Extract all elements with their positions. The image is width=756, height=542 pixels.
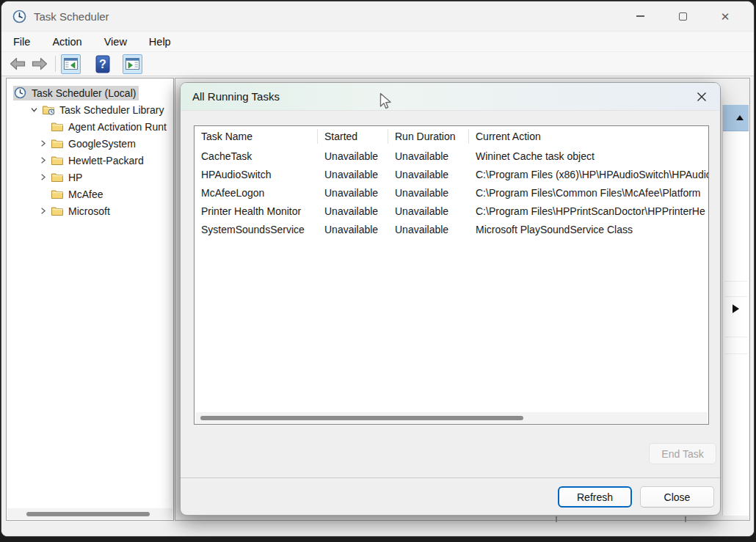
- chevron-right-icon[interactable]: [35, 172, 50, 183]
- tree-item-task-scheduler-library[interactable]: Task Scheduler Library: [7, 101, 173, 118]
- scheduler-clock-icon: [14, 87, 28, 99]
- chevron-right-icon: [38, 206, 48, 216]
- minimize-icon: [636, 15, 644, 16]
- folder-icon: [51, 155, 64, 166]
- chevron-right-icon[interactable]: [35, 206, 50, 216]
- pane-edge-tick: [556, 516, 557, 522]
- menu-view[interactable]: View: [104, 36, 127, 48]
- minimize-button[interactable]: [619, 1, 661, 31]
- tree-item-label: McAfee: [68, 188, 103, 200]
- help-button[interactable]: ?: [92, 54, 113, 74]
- tree-item-googlesystem[interactable]: GoogleSystem: [7, 135, 173, 152]
- back-button[interactable]: [7, 54, 28, 74]
- tree-item-content: GoogleSystem: [50, 136, 139, 151]
- chevron-placeholder: [35, 189, 50, 199]
- folder-icon: [51, 188, 64, 199]
- table-row[interactable]: SystemSoundsServiceUnavailableUnavailabl…: [195, 220, 708, 238]
- tree-horizontal-scrollbar[interactable]: [7, 508, 172, 519]
- maximize-button[interactable]: [661, 1, 704, 31]
- list-header: Task Name Started Run Duration Current A…: [195, 126, 708, 147]
- tree-item-agent-activation-runt[interactable]: Agent Activation Runt: [7, 118, 173, 135]
- chevron-placeholder: [35, 122, 50, 132]
- tree-item-label: Task Scheduler (Local): [32, 87, 136, 99]
- folder-icon: [51, 155, 65, 166]
- refresh-button[interactable]: Refresh: [558, 486, 632, 508]
- table-cell: Wininet Cache task object: [469, 150, 708, 162]
- table-cell: HPAudioSwitch: [195, 169, 318, 180]
- tree-item-mcafee[interactable]: McAfee: [7, 186, 173, 202]
- show-action-pane-button[interactable]: [123, 54, 142, 74]
- tree-item-hp[interactable]: HP: [7, 169, 173, 186]
- table-cell: Unavailable: [388, 205, 469, 217]
- column-header-task-name[interactable]: Task Name: [195, 129, 318, 144]
- all-running-tasks-dialog: All Running Tasks Task Name Started Run …: [180, 82, 721, 516]
- column-header-current-action[interactable]: Current Action: [469, 129, 708, 144]
- forward-button[interactable]: [29, 54, 50, 74]
- menu-help[interactable]: Help: [149, 36, 171, 48]
- menu-action[interactable]: Action: [52, 36, 81, 48]
- scroll-up-button[interactable]: [723, 105, 749, 131]
- help-icon: ?: [95, 55, 110, 73]
- tree-item-hewlett-packard[interactable]: Hewlett-Packard: [7, 152, 173, 169]
- window-title: Task Scheduler: [34, 10, 109, 23]
- column-header-started[interactable]: Started: [318, 129, 388, 144]
- task-scheduler-clock-icon: [12, 10, 26, 23]
- menu-file[interactable]: File: [13, 36, 30, 48]
- maximize-icon: [679, 12, 687, 21]
- tree-scrollbar-thumb[interactable]: [26, 512, 150, 516]
- end-task-button[interactable]: End Task: [649, 443, 716, 464]
- table-cell: Microsoft PlaySoundService Class: [469, 224, 708, 235]
- tree-item-content: Hewlett-Packard: [50, 153, 147, 168]
- table-cell: Unavailable: [318, 169, 388, 180]
- show-console-tree-button[interactable]: [61, 54, 81, 74]
- table-cell: Unavailable: [388, 169, 469, 180]
- forward-arrow-icon: [31, 56, 48, 71]
- folder-icon: [51, 121, 65, 133]
- table-cell: C:\Program Files (x86)\HP\HPAudioSwitch\…: [469, 169, 708, 180]
- list-scrollbar-thumb[interactable]: [200, 416, 523, 421]
- column-header-run-duration[interactable]: Run Duration: [388, 129, 469, 144]
- chevron-right-icon[interactable]: [35, 139, 50, 149]
- table-cell: Unavailable: [388, 187, 469, 199]
- titlebar: Task Scheduler ✕: [1, 1, 754, 31]
- chevron-right-icon: [38, 172, 48, 182]
- dialog-separator: [181, 477, 720, 478]
- tree-item-content: HP: [50, 170, 85, 185]
- strip-divider: [724, 337, 747, 337]
- toolbar: ?: [1, 52, 754, 76]
- table-row[interactable]: HPAudioSwitchUnavailableUnavailableC:\Pr…: [195, 165, 708, 183]
- dialog-close-icon: [697, 92, 707, 102]
- tree-item-label: Microsoft: [68, 205, 110, 217]
- table-row[interactable]: Printer Health MonitorUnavailableUnavail…: [195, 202, 708, 220]
- close-icon: ✕: [721, 11, 730, 22]
- tree-item-label: GoogleSystem: [68, 138, 136, 150]
- dialog-title: All Running Tasks: [192, 90, 280, 103]
- chevron-down-icon[interactable]: [26, 105, 41, 115]
- dialog-close-button[interactable]: [694, 89, 710, 105]
- table-row[interactable]: McAfeeLogonUnavailableUnavailableC:\Prog…: [195, 183, 708, 202]
- strip-divider: [724, 296, 747, 297]
- folder-clock-icon: [42, 104, 55, 115]
- dialog-close-action-button[interactable]: Close: [640, 486, 714, 508]
- table-cell: Unavailable: [388, 224, 469, 235]
- chevron-right-icon[interactable]: [35, 155, 50, 166]
- table-cell: C:\Program Files\Common Files\McAfee\Pla…: [469, 187, 708, 199]
- close-button[interactable]: ✕: [704, 1, 746, 31]
- folder-tree: Task Scheduler (Local)Task Scheduler Lib…: [7, 78, 173, 219]
- list-horizontal-scrollbar[interactable]: [195, 412, 708, 423]
- tree-item-content: Task Scheduler Library: [41, 103, 167, 117]
- dialog-titlebar: All Running Tasks: [181, 83, 720, 111]
- chevron-right-icon: [38, 139, 48, 148]
- tree-item-task-scheduler-local-[interactable]: Task Scheduler (Local): [7, 84, 173, 101]
- expand-right-icon[interactable]: [733, 304, 739, 313]
- tree-item-content: McAfee: [50, 187, 106, 202]
- tree-item-label: Agent Activation Runt: [68, 121, 167, 133]
- table-row[interactable]: CacheTaskUnavailableUnavailableWininet C…: [195, 147, 708, 165]
- scroll-up-icon: [736, 115, 744, 120]
- table-cell: Unavailable: [388, 150, 469, 162]
- folder-clock-icon: [42, 104, 56, 116]
- action-pane-icon: [126, 58, 139, 70]
- strip-divider: [724, 281, 747, 282]
- tree-item-label: Hewlett-Packard: [68, 155, 144, 166]
- tree-item-microsoft[interactable]: Microsoft: [7, 202, 173, 219]
